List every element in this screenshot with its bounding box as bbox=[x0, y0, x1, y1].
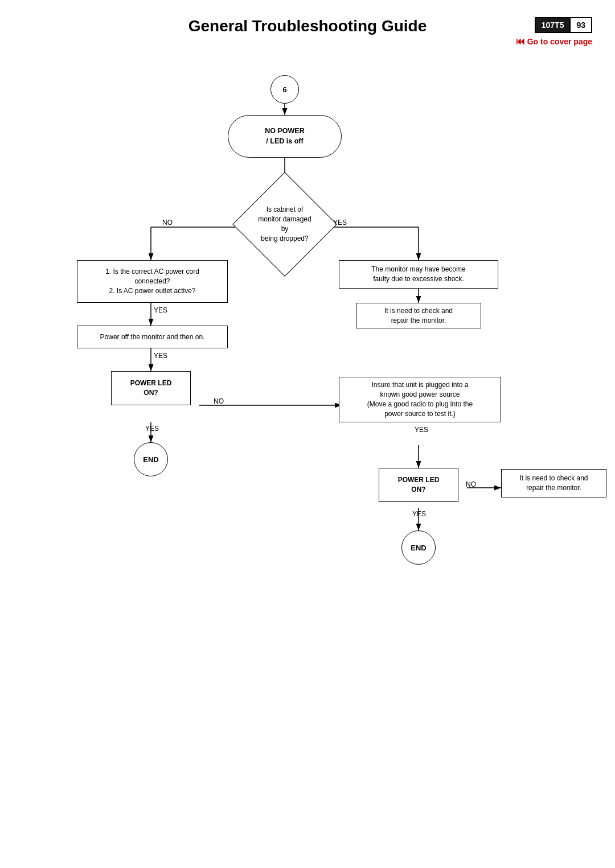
header-right: 107T5 93 ⏮ Go to cover page bbox=[501, 17, 592, 47]
model-number: 107T5 bbox=[535, 17, 571, 33]
end-circle-2: END bbox=[401, 530, 436, 565]
yes-label-power-led1: YES bbox=[145, 425, 159, 433]
monitor-faulty-box: The monitor may have becomefaulty due to… bbox=[339, 260, 498, 289]
cover-page-link[interactable]: ⏮ Go to cover page bbox=[516, 36, 592, 47]
ac-power-box: 1. Is the correct AC power cordconnected… bbox=[77, 260, 228, 303]
flowchart: 6 NO POWER/ LED is off Is cabinet ofmoni… bbox=[23, 58, 592, 826]
yes-label-below-ac: YES bbox=[154, 306, 167, 314]
power-led-box2: POWER LEDON? bbox=[379, 468, 458, 502]
no-label-left: NO bbox=[162, 219, 173, 227]
power-led-box1: POWER LEDON? bbox=[111, 371, 191, 405]
insure-box: Insure that unit is plugged into aknown … bbox=[339, 377, 501, 422]
check-repair-box1: It is need to check andrepair the monito… bbox=[356, 303, 481, 328]
power-off-box: Power off the monitor and then on. bbox=[77, 326, 228, 348]
cover-link-icon: ⏮ bbox=[516, 36, 525, 47]
page-title: General Troubleshooting Guide bbox=[23, 17, 501, 35]
page-number: 93 bbox=[571, 17, 592, 33]
flowchart-svg bbox=[23, 58, 592, 826]
model-badge: 107T5 93 bbox=[535, 17, 592, 33]
check-repair-box2: It is need to check andrepair the monito… bbox=[501, 469, 606, 497]
yes-label-insure: YES bbox=[415, 426, 428, 434]
page: General Troubleshooting Guide 107T5 93 ⏮… bbox=[0, 0, 615, 868]
end-circle-1: END bbox=[134, 442, 168, 476]
yes-label-right: YES bbox=[333, 219, 347, 227]
yes-label-power-led2: YES bbox=[412, 510, 426, 518]
no-power-box: NO POWER/ LED is off bbox=[228, 115, 342, 158]
no-label-power-led2: NO bbox=[466, 480, 476, 488]
yes-label-below-poweroff: YES bbox=[154, 352, 167, 360]
header: General Troubleshooting Guide 107T5 93 ⏮… bbox=[23, 17, 592, 47]
node-6-circle: 6 bbox=[270, 75, 299, 104]
diamond-cabinet-damaged: Is cabinet ofmonitor damagedbybeing drop… bbox=[241, 180, 329, 268]
no-label-power-led1: NO bbox=[214, 397, 224, 405]
